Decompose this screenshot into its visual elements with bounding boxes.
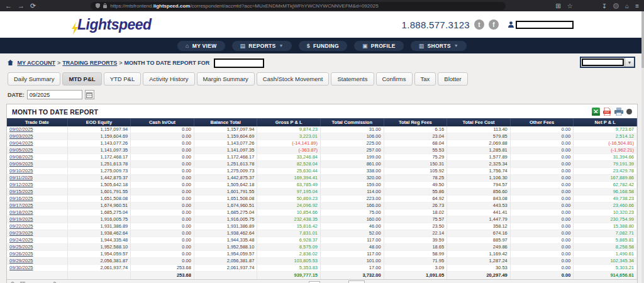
nav-shorts[interactable]: ▥SHORTS▼ [411, 41, 467, 51]
trade-date-link[interactable]: 09/26/2025 [9, 251, 33, 257]
tab-mtd-p-l[interactable]: MTD P&L [62, 72, 101, 86]
refresh-icon[interactable] [626, 109, 632, 114]
cell-net-p-l: 7,082.71 [574, 230, 637, 237]
trade-date-link[interactable]: 09/25/2025 [9, 244, 33, 250]
trade-date-link[interactable]: 09/08/2025 [9, 154, 33, 160]
cell-cash-in-out: 0.00 [131, 175, 194, 182]
home-icon[interactable]: ⌂ [625, 3, 629, 9]
cell-other-fees: 0.00 [510, 126, 574, 133]
cell-cash-in-out: 0.00 [131, 244, 194, 251]
cell-total-reg-fees: 150.31 [384, 161, 447, 168]
table-row: 09/16/20251,651,508.080.001,651,508.0850… [7, 196, 637, 203]
col-header-total-commission[interactable]: Total Commission [321, 118, 384, 126]
col-header-balance-total[interactable]: Balance Total [194, 118, 257, 126]
nav-reports[interactable]: ▤REPORTS▼ [232, 41, 292, 51]
facebook-icon[interactable]: f [489, 19, 499, 30]
menu-icon[interactable]: ≡ [635, 3, 639, 9]
col-header-other-fees[interactable]: Other Fees [510, 118, 574, 126]
report-table: Trade DateEOD EquityCash In/OutBalance T… [7, 118, 637, 279]
trade-date-link[interactable]: 09/30/2025 [9, 265, 33, 270]
cell-total-commission: 101.00 [321, 258, 384, 265]
tab-tax[interactable]: Tax [414, 72, 436, 86]
trade-date-link[interactable]: 09/23/2025 [9, 230, 33, 236]
trade-date-link[interactable]: 09/04/2025 [9, 140, 33, 146]
cell-gross-p-l: 6,928.37 [257, 237, 321, 244]
col-header-trade-date[interactable]: Trade Date [7, 118, 67, 126]
trade-date-link[interactable]: 09/19/2025 [9, 216, 33, 222]
print-icon[interactable] [614, 108, 623, 116]
trade-date-link[interactable]: 09/10/2025 [9, 168, 33, 174]
trade-date-link[interactable]: 09/15/2025 [9, 189, 33, 194]
trade-date-link[interactable]: 09/09/2025 [9, 161, 33, 167]
save-page-icon[interactable]: ⊞ [555, 3, 560, 9]
site-header: Lightspeed 1.888.577.3123 t f [0, 11, 644, 38]
trade-date-link[interactable]: 09/22/2025 [9, 223, 33, 229]
breadcrumb-current: MONTH TO DATE REPORT FOR [125, 60, 210, 66]
twitter-icon[interactable]: t [474, 19, 484, 30]
tab-daily-summary[interactable]: Daily Summary [8, 72, 60, 86]
nav-funding[interactable]: $FUNDING [299, 41, 347, 51]
window-scrollbar[interactable] [641, 11, 644, 283]
page-input[interactable] [309, 281, 320, 283]
trade-date-link[interactable]: 09/29/2025 [9, 258, 33, 264]
browser-avatar[interactable] [613, 3, 619, 9]
cell-net-p-l: 2,514.12 [574, 133, 637, 140]
calendar-icon[interactable] [85, 90, 94, 99]
col-header-net-p-l[interactable]: Net P & L [574, 118, 637, 126]
downloads-icon[interactable]: ↧ [602, 3, 607, 9]
cell-balance-total: 2,061,937.74 [194, 265, 257, 272]
cell-eod-equity: 1,141,097.35 [67, 147, 131, 154]
trade-date-link[interactable]: 09/24/2025 [9, 237, 33, 243]
forward-icon[interactable]: → [18, 0, 25, 11]
excel-export-icon[interactable] [592, 108, 600, 116]
breadcrumb-my-account[interactable]: MY ACCOUNT [18, 60, 56, 66]
trade-date-link[interactable]: 09/11/2025 [9, 175, 33, 180]
account-name-redacted[interactable] [516, 21, 574, 29]
cell-balance-total: 1,685,275.04 [194, 209, 257, 216]
cell-eod-equity: 1,143,077.26 [67, 140, 131, 147]
col-header-total-fee-cost[interactable]: Total Fee Cost [447, 118, 511, 126]
cell-gross-p-l: 9,874.23 [257, 126, 321, 133]
page-size-select[interactable]: 31▼ [348, 280, 364, 283]
trade-date-link[interactable]: 09/02/2025 [9, 126, 33, 132]
cell-balance-total: 1,916,005.75 [194, 216, 257, 223]
tab-blotter[interactable]: Blotter [438, 72, 467, 86]
reload-icon[interactable]: ⟳ [30, 0, 36, 11]
trade-date-link[interactable]: 09/18/2025 [9, 209, 33, 215]
trade-date-link[interactable]: 09/05/2025 [9, 147, 33, 153]
account-selector[interactable]: ▼ [580, 57, 635, 68]
pdf-export-icon[interactable]: PDF [603, 108, 611, 116]
tab-margin-summary[interactable]: Margin Summary [197, 72, 255, 86]
trade-date-link[interactable]: 09/17/2025 [9, 203, 33, 208]
cell-total-commission: 225.00 [321, 140, 384, 147]
date-input[interactable] [27, 90, 82, 99]
bookmark-star-icon[interactable]: ☆ [567, 3, 573, 9]
address-bar[interactable]: https://mtsfrontend.lightspeed.com/corre… [91, 2, 506, 10]
tab-activity-history[interactable]: Activity History [143, 72, 194, 86]
nav-profile[interactable]: ▣PROFILE [354, 41, 404, 51]
cell-total-reg-fees: 68.04 [384, 140, 447, 147]
col-header-eod-equity[interactable]: EOD Equity [67, 118, 131, 126]
nav-my-view[interactable]: ⌂MY VIEW [177, 41, 225, 51]
back-icon[interactable]: ← [5, 0, 12, 11]
cell-balance-total: 1,172,468.17 [194, 154, 257, 161]
col-header-total-reg-fees[interactable]: Total Reg Fees [384, 118, 447, 126]
trade-date-link[interactable]: 09/03/2025 [9, 133, 33, 139]
breadcrumb-trading-reports[interactable]: TRADING REPORTS [62, 60, 117, 66]
tab-cash-stock-movement[interactable]: Cash/Stock Movement [257, 72, 330, 86]
tab-confirms[interactable]: Confirms [376, 72, 413, 86]
cell-other-fees: 0.00 [510, 203, 574, 209]
col-header-gross-p-l[interactable]: Gross P & L [257, 118, 321, 126]
table-row: 09/08/20251,172,468.170.001,172,468.1733… [7, 154, 637, 161]
trade-date-link[interactable]: 09/16/2025 [9, 196, 33, 201]
lightspeed-logo[interactable]: Lightspeed [70, 16, 152, 33]
table-row: 09/05/20251,141,097.350.001,141,097.35(-… [7, 147, 637, 154]
trade-date-link[interactable]: 09/12/2025 [9, 182, 33, 187]
cell-gross-p-l: 97,195.04 [257, 189, 321, 196]
cell-total-commission: 166.00 [321, 203, 384, 209]
tab-statements[interactable]: Statements [331, 72, 374, 86]
cell-eod-equity: 2,056,381.87 [67, 258, 131, 265]
trade-date-cell: 09/30/2025 [7, 265, 67, 272]
tab-ytd-p-l[interactable]: YTD P&L [104, 72, 142, 86]
col-header-cash-in-out[interactable]: Cash In/Out [131, 118, 194, 126]
